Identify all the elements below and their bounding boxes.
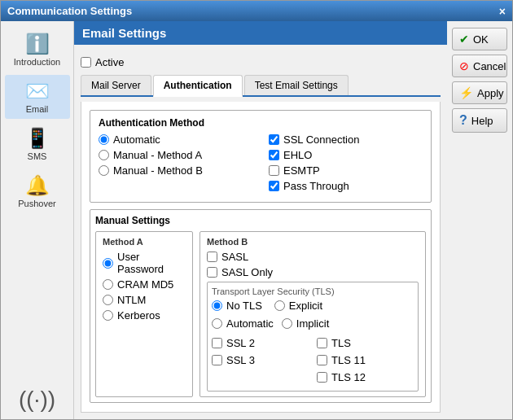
email-icon: ✉️ (25, 80, 50, 103)
sidebar-item-sms[interactable]: 📱 SMS (5, 122, 70, 166)
sms-icon: 📱 (25, 127, 50, 150)
window-title: Communication Settings (7, 5, 132, 17)
active-label[interactable]: Active (95, 56, 124, 68)
radio-manual-b-input[interactable] (99, 165, 109, 176)
checkbox-sasl[interactable] (207, 252, 217, 262)
active-row: Active (81, 55, 441, 70)
checkbox-passthrough[interactable] (269, 181, 279, 191)
radio-manual-a-input[interactable] (99, 150, 109, 160)
tab-authentication[interactable]: Authentication (153, 75, 243, 97)
cancel-button[interactable]: ⊘ Cancel (452, 55, 507, 77)
check-esmtp: ESMTP (269, 164, 423, 177)
radio-explicit-input[interactable] (274, 300, 285, 311)
check-empty (212, 371, 309, 383)
sidebar-label-email: Email (26, 104, 49, 114)
radio-manual-a-label[interactable]: Manual - Method A (113, 149, 202, 161)
checkbox-sasl-only[interactable] (207, 267, 217, 278)
label-tls11[interactable]: TLS 11 (331, 354, 366, 366)
radio-user-pwd-input[interactable] (103, 258, 113, 269)
auth-method-title: Authentication Method (99, 117, 423, 129)
close-button[interactable]: × (499, 6, 506, 17)
label-tls12[interactable]: TLS 12 (331, 371, 366, 383)
radio-implicit: Implicit (282, 317, 329, 330)
checkbox-tls-plain[interactable] (317, 338, 327, 348)
method-b-box: Method B SASL SASL Only Tran (200, 231, 426, 397)
radio-manual-b-label[interactable]: Manual - Method B (113, 164, 203, 177)
check-tls11: TLS 11 (317, 354, 414, 366)
radio-user-pwd-label[interactable]: User Password (117, 251, 186, 275)
label-passthrough[interactable]: Pass Through (283, 180, 349, 192)
radio-kerberos-label[interactable]: Kerberos (117, 309, 160, 322)
right-buttons: ✔ OK ⊘ Cancel ⚡ Apply ? Help (447, 21, 512, 419)
method-b-label: Method B (207, 237, 419, 247)
radio-ntlm-label[interactable]: NTLM (117, 294, 146, 306)
apply-icon: ⚡ (459, 86, 473, 99)
sidebar-item-email[interactable]: ✉️ Email (5, 75, 70, 119)
cancel-label: Cancel (473, 60, 506, 72)
radio-automatic-input[interactable] (99, 134, 109, 145)
checkbox-tls11[interactable] (317, 355, 327, 365)
radio-no-tls-label[interactable]: No TLS (226, 300, 262, 312)
active-checkbox[interactable] (81, 57, 91, 68)
radio-cram-label[interactable]: CRAM MD5 (117, 278, 173, 291)
ok-label: OK (473, 33, 489, 46)
checkbox-ssl2[interactable] (212, 338, 222, 348)
radio-automatic-label[interactable]: Automatic (113, 133, 160, 146)
radio-no-tls-input[interactable] (212, 300, 222, 311)
radio-implicit-input[interactable] (282, 318, 292, 329)
check-passthrough: Pass Through (269, 180, 423, 192)
tab-test-email[interactable]: Test Email Settings (244, 75, 349, 95)
label-ssl3[interactable]: SSL 3 (226, 354, 255, 366)
radio-explicit-label[interactable]: Explicit (289, 300, 322, 312)
radio-kerberos-input[interactable] (103, 310, 113, 321)
content-header: Email Settings (74, 21, 447, 45)
tls-checks-grid: SSL 2 TLS SSL 3 (212, 337, 414, 387)
sidebar: ℹ️ Introduction ✉️ Email 📱 SMS 🔔 Pushove… (1, 21, 74, 419)
radio-cram-md5: CRAM MD5 (103, 278, 186, 291)
check-tls-plain: TLS (317, 337, 414, 349)
label-ehlo[interactable]: EHLO (283, 149, 312, 161)
tls-box: Transport Layer Security (TLS) No TLS Ex… (207, 282, 419, 392)
ok-button[interactable]: ✔ OK (452, 28, 507, 50)
radio-tls-auto-input[interactable] (212, 318, 222, 329)
radio-kerberos: Kerberos (103, 309, 186, 322)
introduction-icon: ℹ️ (25, 33, 50, 55)
wifi-icon: ((·)) (19, 387, 55, 413)
radio-tls-auto-label[interactable]: Automatic (226, 317, 274, 330)
radio-cram-input[interactable] (103, 279, 113, 290)
radio-explicit: Explicit (274, 300, 322, 312)
label-sasl[interactable]: SASL (221, 251, 248, 263)
radio-ntlm-input[interactable] (103, 295, 113, 305)
tls-title: Transport Layer Security (TLS) (212, 287, 414, 296)
radio-no-tls: No TLS (212, 300, 262, 312)
manual-settings-section: Manual Settings Method A User Password (90, 209, 432, 403)
label-esmtp[interactable]: ESMTP (283, 164, 320, 177)
checkbox-ehlo[interactable] (269, 150, 279, 160)
check-ssl2: SSL 2 (212, 337, 309, 349)
help-label: Help (471, 115, 493, 127)
tab-mail-server[interactable]: Mail Server (81, 75, 151, 95)
radio-tls-auto: Automatic (212, 317, 274, 330)
radio-manual-b: Manual - Method B (99, 164, 252, 177)
label-ssl2[interactable]: SSL 2 (226, 337, 255, 349)
sidebar-item-pushover[interactable]: 🔔 Pushover (5, 169, 70, 213)
label-tls-plain[interactable]: TLS (331, 337, 351, 349)
check-sasl-only: SASL Only (207, 266, 419, 278)
manual-settings-title: Manual Settings (95, 215, 426, 226)
title-bar: Communication Settings × (1, 1, 512, 21)
apply-button[interactable]: ⚡ Apply (452, 81, 507, 104)
help-button[interactable]: ? Help (452, 108, 507, 133)
help-icon: ? (459, 113, 467, 128)
checkbox-esmtp[interactable] (269, 165, 279, 176)
checkbox-tls12[interactable] (317, 372, 327, 383)
label-ssl[interactable]: SSL Connection (283, 133, 359, 146)
checkbox-ssl3[interactable] (212, 355, 222, 365)
tab-bar: Mail Server Authentication Test Email Se… (81, 75, 441, 97)
checkbox-ssl[interactable] (269, 134, 279, 145)
auth-method-right: SSL Connection EHLO ESMTP (269, 133, 423, 195)
sidebar-item-introduction[interactable]: ℹ️ Introduction (5, 28, 70, 72)
radio-implicit-label[interactable]: Implicit (296, 317, 329, 330)
sidebar-label-sms: SMS (28, 151, 47, 161)
wifi-area: ((·)) (12, 380, 62, 419)
label-sasl-only[interactable]: SASL Only (221, 266, 273, 278)
